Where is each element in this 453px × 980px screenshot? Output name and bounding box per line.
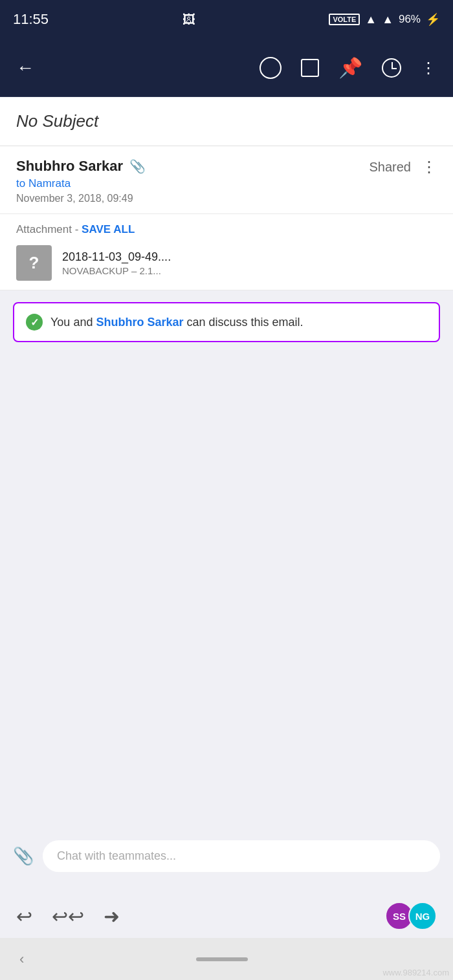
attachment-app: NOVABACKUP – 2.1...	[62, 265, 171, 276]
sender-name: Shubhro Sarkar	[16, 158, 123, 175]
email-header: Shubhro Sarkar 📎 to Namrata November 3, …	[0, 146, 453, 214]
attachment-thumb: ?	[16, 245, 52, 281]
reply-all-button[interactable]: ↩↩	[52, 905, 84, 928]
check-icon	[26, 314, 43, 331]
avatars: SS NG	[390, 902, 437, 930]
home-icon[interactable]	[260, 57, 282, 79]
more-menu-icon[interactable]: ⋮	[421, 59, 437, 77]
status-time: 11:55	[13, 11, 49, 28]
battery-icon: ⚡	[426, 12, 440, 27]
chat-input[interactable]: Chat with teammates...	[43, 840, 440, 872]
save-all-button[interactable]: SAVE ALL	[82, 223, 135, 235]
chat-attach-icon[interactable]: 📎	[13, 846, 34, 866]
chat-bar: 📎 Chat with teammates...	[0, 833, 453, 880]
nav-actions: 📌 ⋮	[260, 56, 437, 79]
attachment-section: Attachment - SAVE ALL ? 2018-11-03_09-49…	[0, 214, 453, 290]
watermark: www.989214.com	[379, 965, 453, 980]
email-header-top: Shubhro Sarkar 📎 to Namrata November 3, …	[16, 158, 437, 204]
more-options-icon[interactable]: ⋮	[421, 158, 437, 176]
date-line: November 3, 2018, 09:49	[16, 193, 370, 204]
to-line[interactable]: to Namrata	[16, 177, 370, 190]
status-icons: VOLTE ▲ ▲ 96% ⚡	[329, 12, 440, 27]
gallery-icon: 🖼	[182, 12, 195, 27]
attachment-filename: 2018-11-03_09-49....	[62, 250, 171, 264]
clock-icon[interactable]	[382, 58, 401, 78]
sender-info: Shubhro Sarkar 📎 to Namrata November 3, …	[16, 158, 370, 204]
attachment-label: Attachment - SAVE ALL	[16, 223, 437, 236]
nav-back-arrow[interactable]: ‹	[19, 951, 24, 968]
battery-level: 96%	[399, 13, 421, 26]
shared-label: Shared	[370, 160, 412, 175]
header-actions: Shared ⋮	[370, 158, 437, 176]
reply-button[interactable]: ↩	[16, 905, 32, 928]
paperclip-icon: 📎	[129, 158, 146, 174]
sender-name-row: Shubhro Sarkar 📎	[16, 158, 370, 175]
signal-icon: ▲	[382, 13, 393, 27]
action-icons-left: ↩ ↩↩ ➜	[16, 905, 120, 928]
avatar-ng: NG	[408, 902, 437, 930]
forward-button[interactable]: ➜	[104, 905, 120, 928]
main-content	[0, 354, 453, 839]
volte-icon: VOLTE	[329, 14, 360, 25]
back-button[interactable]: ←	[16, 58, 34, 78]
email-subject: No Subject	[16, 111, 437, 131]
email-subject-bar: No Subject	[0, 97, 453, 146]
home-pill[interactable]	[196, 957, 248, 961]
pin-icon[interactable]: 📌	[338, 56, 362, 79]
action-bar: ↩ ↩↩ ➜ SS NG	[0, 894, 453, 938]
attachment-details: 2018-11-03_09-49.... NOVABACKUP – 2.1...	[62, 250, 171, 276]
discussion-text: You and Shubhro Sarkar can discuss this …	[50, 316, 304, 329]
discussion-link[interactable]: Shubhro Sarkar	[96, 316, 183, 329]
status-bar: 11:55 🖼 VOLTE ▲ ▲ 96% ⚡	[0, 0, 453, 39]
nav-bar: ← 📌 ⋮	[0, 39, 453, 97]
wifi-icon: ▲	[365, 13, 377, 27]
recents-icon[interactable]	[301, 59, 319, 77]
attachment-item[interactable]: ? 2018-11-03_09-49.... NOVABACKUP – 2.1.…	[16, 245, 437, 281]
discussion-banner[interactable]: You and Shubhro Sarkar can discuss this …	[13, 302, 440, 342]
